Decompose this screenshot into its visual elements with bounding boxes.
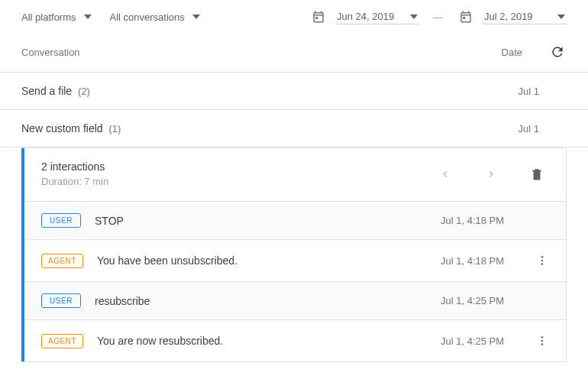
conversation-title: New custom field <box>21 122 103 134</box>
conversation-row[interactable]: Send a file (2) Jul 1 <box>0 73 588 110</box>
svg-point-2 <box>541 256 544 258</box>
start-date-text: Jun 24, 2019 <box>337 11 404 22</box>
role-badge-agent: AGENT <box>41 334 83 348</box>
more-menu-icon[interactable] <box>535 251 549 270</box>
calendar-icon[interactable] <box>457 8 475 26</box>
conversation-title: Send a file <box>21 85 72 97</box>
interaction-row: USER resubscribe Jul 1, 4:25 PM <box>24 281 566 319</box>
interactions-summary: 2 interactions <box>41 160 436 173</box>
expanded-conversation-card: 2 interactions Duration: 7 min USER STOP… <box>21 147 567 362</box>
interaction-text: You are now resubscribed. <box>97 335 441 347</box>
role-badge-agent: AGENT <box>41 254 83 268</box>
platform-filter[interactable]: All platforms <box>21 11 92 23</box>
interaction-row: AGENT You are now resubscribed. Jul 1, 4… <box>24 319 566 361</box>
next-interaction-button[interactable] <box>482 165 500 183</box>
conversation-filter[interactable]: All conversations <box>110 11 200 23</box>
svg-point-4 <box>541 263 544 265</box>
card-header: 2 interactions Duration: 7 min <box>24 148 566 201</box>
interaction-row: AGENT You have been unsubscribed. Jul 1,… <box>24 239 566 281</box>
chevron-down-icon <box>410 15 418 19</box>
start-date-picker[interactable]: Jun 24, 2019 <box>335 9 419 24</box>
role-badge-user: USER <box>41 293 81 308</box>
role-badge-user: USER <box>41 213 81 228</box>
interaction-time: Jul 1, 4:18 PM <box>441 215 517 226</box>
conversation-column-header: Conversation <box>21 47 502 58</box>
more-menu-icon[interactable] <box>535 332 549 350</box>
conversation-date: Jul 1 <box>510 123 539 134</box>
chevron-down-icon <box>557 15 565 19</box>
interaction-time: Jul 1, 4:25 PM <box>441 295 517 306</box>
svg-rect-1 <box>463 17 465 19</box>
svg-point-3 <box>541 260 544 262</box>
table-header: Conversation Date <box>0 32 588 73</box>
end-date-text: Jul 2, 2019 <box>484 11 551 22</box>
conversation-count: (1) <box>108 123 121 134</box>
end-date-picker[interactable]: Jul 2, 2019 <box>483 9 567 24</box>
chevron-down-icon <box>192 15 200 19</box>
interaction-row: USER STOP Jul 1, 4:18 PM <box>24 201 566 239</box>
conversation-filter-label: All conversations <box>110 11 185 23</box>
interaction-time: Jul 1, 4:18 PM <box>441 255 517 267</box>
interaction-text: STOP <box>95 215 441 227</box>
svg-point-7 <box>541 343 544 345</box>
date-column-header: Date <box>502 47 522 58</box>
svg-rect-0 <box>315 17 318 19</box>
conversation-count: (2) <box>78 86 90 97</box>
conversation-row[interactable]: New custom field (1) Jul 1 <box>0 110 588 147</box>
calendar-icon[interactable] <box>309 8 328 26</box>
interactions-duration: Duration: 7 min <box>41 176 436 187</box>
date-range-separator: — <box>433 11 443 23</box>
delete-button[interactable] <box>528 165 546 183</box>
interaction-time: Jul 1, 4:25 PM <box>441 335 517 347</box>
svg-point-5 <box>541 336 544 339</box>
interaction-text: resubscribe <box>95 295 441 307</box>
platform-filter-label: All platforms <box>21 11 76 23</box>
svg-point-6 <box>541 340 544 342</box>
prev-interaction-button[interactable] <box>436 165 454 183</box>
chevron-down-icon <box>84 15 92 19</box>
conversation-date: Jul 1 <box>510 86 539 97</box>
refresh-icon[interactable] <box>548 43 567 61</box>
interaction-text: You have been unsubscribed. <box>97 254 441 267</box>
